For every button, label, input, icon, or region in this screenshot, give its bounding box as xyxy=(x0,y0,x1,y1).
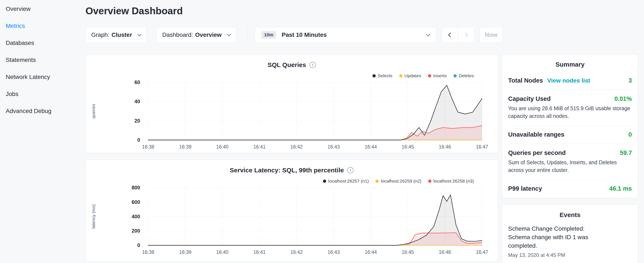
svg-text:60: 60 xyxy=(134,80,140,85)
legend-item: Deletes xyxy=(454,73,474,78)
svg-text:16:43: 16:43 xyxy=(328,249,340,255)
legend-label: localhost:26259 (n2) xyxy=(381,178,421,184)
summary-label: P99 latency xyxy=(508,185,542,192)
dashboard-dropdown[interactable]: Dashboard: Overview xyxy=(156,27,236,43)
svg-text:16:41: 16:41 xyxy=(254,144,266,150)
time-range-badge: 10m xyxy=(261,31,276,39)
chart-legend: localhost:26257 (n1)localhost:26259 (n2)… xyxy=(323,178,474,184)
dashboard-dropdown-label: Dashboard: xyxy=(162,32,193,38)
summary-value: 3 xyxy=(628,77,632,84)
svg-text:600: 600 xyxy=(132,199,140,205)
service-latency-plot[interactable]: 020040060080016:3816:3916:4016:4116:4216… xyxy=(86,185,498,258)
sidebar-item-network-latency[interactable]: Network Latency xyxy=(0,69,85,86)
legend-item: Updates xyxy=(399,73,421,78)
chevron-down-icon xyxy=(426,32,430,36)
sidebar-item-statements[interactable]: Statements xyxy=(0,52,85,69)
summary-description: You are using 28.6 MiB of 515.9 GiB usab… xyxy=(508,105,632,120)
svg-text:16:42: 16:42 xyxy=(290,249,303,255)
event-item: Schema Change Completed: Schema change w… xyxy=(508,224,632,258)
info-icon[interactable]: i xyxy=(347,167,354,173)
legend-dot-icon xyxy=(454,74,457,78)
legend-dot-icon xyxy=(428,180,432,183)
sidebar-item-metrics[interactable]: Metrics xyxy=(0,18,85,35)
summary-label: Capacity Used xyxy=(508,95,551,102)
time-back-button[interactable] xyxy=(442,27,458,43)
legend-item: localhost:26257 (n1) xyxy=(323,178,369,184)
controls-divider xyxy=(248,27,248,43)
legend-label: Inserts xyxy=(433,73,447,78)
sidebar-item-overview[interactable]: Overview xyxy=(0,1,85,18)
svg-text:16:46: 16:46 xyxy=(439,144,451,150)
svg-text:queries: queries xyxy=(91,104,96,119)
time-range-label: Past 10 Minutes xyxy=(282,32,327,38)
chart-title: SQL Queries xyxy=(268,61,306,69)
svg-text:16:42: 16:42 xyxy=(290,144,303,150)
sidebar-item-advanced-debug[interactable]: Advanced Debug xyxy=(0,103,85,120)
event-timestamp: May 13, 2020 at 4:45 PM xyxy=(508,252,632,258)
summary-label: Total Nodes xyxy=(508,77,543,84)
svg-text:16:47: 16:47 xyxy=(476,144,488,150)
summary-row-total-nodes: Total Nodes View nodes list 3 xyxy=(508,72,632,90)
graph-dropdown-value: Cluster xyxy=(112,32,132,38)
summary-row-queries-per-second: Queries per second 59.7 Sum of Selects, … xyxy=(508,144,632,180)
svg-text:40: 40 xyxy=(134,99,140,104)
view-nodes-link[interactable]: View nodes list xyxy=(547,77,590,84)
time-nav-group xyxy=(442,27,474,43)
chevron-right-icon xyxy=(463,33,468,38)
summary-row-p99-latency: P99 latency 46.1 ms xyxy=(508,180,632,198)
svg-text:16:39: 16:39 xyxy=(179,144,192,150)
summary-row-unavailable-ranges: Unavailable ranges 0 xyxy=(508,126,632,144)
summary-label: Queries per second xyxy=(508,149,566,156)
svg-text:16:44: 16:44 xyxy=(365,249,377,255)
svg-text:0: 0 xyxy=(137,137,140,143)
svg-text:16:41: 16:41 xyxy=(254,249,266,255)
sql-queries-chart-card: SQL Queries i SelectsUpdatesInsertsDelet… xyxy=(86,54,498,153)
svg-text:800: 800 xyxy=(132,185,140,190)
summary-value: 0.01% xyxy=(614,95,632,102)
events-heading: Events xyxy=(508,205,632,222)
graph-dropdown-label: Graph: xyxy=(91,32,110,38)
legend-item: localhost:26259 (n2) xyxy=(376,178,421,184)
summary-description: Sum of Selects, Updates, Inserts, and De… xyxy=(508,158,632,174)
now-button[interactable]: Now xyxy=(480,27,503,43)
svg-text:latency (ms): latency (ms) xyxy=(91,204,96,228)
svg-text:16:40: 16:40 xyxy=(216,249,228,255)
events-panel: Events Schema Change Completed: Schema c… xyxy=(502,205,638,263)
svg-text:16:45: 16:45 xyxy=(402,249,414,255)
legend-label: localhost:26258 (n3) xyxy=(434,178,474,184)
chevron-left-icon xyxy=(448,33,453,38)
legend-item: localhost:26258 (n3) xyxy=(428,178,474,184)
summary-value: 46.1 ms xyxy=(609,185,632,192)
dashboard-dropdown-value: Overview xyxy=(195,32,222,38)
chart-legend: SelectsUpdatesInsertsDeletes xyxy=(372,73,474,78)
event-text: Schema Change Completed: Schema change w… xyxy=(508,224,608,250)
legend-dot-icon xyxy=(399,74,402,78)
svg-text:400: 400 xyxy=(132,214,140,219)
time-forward-button[interactable] xyxy=(458,27,474,43)
time-range-dropdown[interactable]: 10m Past 10 Minutes xyxy=(255,27,436,43)
chevron-down-icon xyxy=(137,32,142,36)
sql-queries-plot[interactable]: 020406016:3816:3916:4016:4116:4216:4316:… xyxy=(86,80,498,153)
chart-title: Service Latency: SQL, 99th percentile xyxy=(230,167,344,174)
svg-text:0: 0 xyxy=(137,242,140,248)
summary-value: 0 xyxy=(628,131,632,138)
svg-text:16:44: 16:44 xyxy=(365,144,377,150)
legend-label: Updates xyxy=(404,73,421,78)
legend-item: Selects xyxy=(372,73,392,78)
sidebar-item-databases[interactable]: Databases xyxy=(0,35,85,52)
sidebar: Overview Metrics Databases Statements Ne… xyxy=(0,0,85,263)
svg-text:16:39: 16:39 xyxy=(179,249,192,255)
legend-dot-icon xyxy=(428,74,431,78)
legend-dot-icon xyxy=(323,180,326,183)
svg-text:16:45: 16:45 xyxy=(402,144,414,150)
summary-heading: Summary xyxy=(508,55,632,72)
legend-item: Inserts xyxy=(428,73,447,78)
svg-text:16:47: 16:47 xyxy=(476,249,488,255)
graph-dropdown[interactable]: Graph: Cluster xyxy=(86,27,147,43)
info-icon[interactable]: i xyxy=(310,62,316,68)
chevron-down-icon xyxy=(227,32,231,36)
legend-label: Selects xyxy=(378,73,392,78)
service-latency-chart-card: Service Latency: SQL, 99th percentile i … xyxy=(86,160,498,261)
svg-text:16:38: 16:38 xyxy=(142,144,154,150)
sidebar-item-jobs[interactable]: Jobs xyxy=(0,86,85,103)
